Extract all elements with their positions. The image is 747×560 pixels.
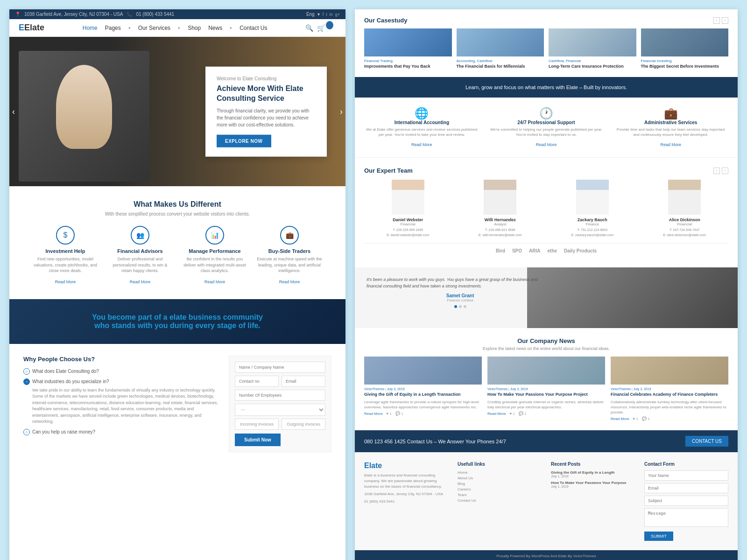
email-field[interactable]: [282, 376, 325, 387]
name-field[interactable]: [235, 362, 325, 373]
service-admin-title: Administrative Services: [613, 120, 728, 125]
explore-button[interactable]: EXPLORE NOW: [217, 134, 271, 147]
team-prev[interactable]: ‹: [713, 168, 720, 174]
news-meta-2: VictorThemes | July 3, 2019: [611, 387, 728, 391]
footer-submit-button[interactable]: SUBMIT: [644, 532, 673, 541]
footer-link-team[interactable]: Team: [458, 493, 542, 497]
case-title-3[interactable]: The Biggest Secret Before Investments: [641, 64, 729, 70]
footer-link-blog[interactable]: Blog: [458, 482, 542, 486]
footer-message-field[interactable]: [644, 508, 728, 527]
footer-link-about[interactable]: About Us: [458, 476, 542, 480]
facebook-icon[interactable]: f: [323, 12, 324, 17]
footer-link-contact[interactable]: Contact Us: [458, 498, 542, 503]
faq-question-0[interactable]: ○ What does Elate Consulting do?: [23, 368, 219, 375]
brand-daily: Daily Products: [564, 248, 597, 253]
case-title-1[interactable]: The Financial Basis for Millennials: [457, 64, 544, 70]
dot-2[interactable]: [464, 305, 466, 308]
service-support-title: 24/7 Professional Support: [489, 120, 604, 125]
team-section: Our Expert Team ‹ › Daniel Webster Finan…: [355, 157, 738, 267]
team-role-3: Financial: [641, 222, 729, 226]
cart-icon[interactable]: 🛒: [317, 24, 325, 32]
news-title-1[interactable]: How To Make Your Passions Your Purpose P…: [487, 392, 605, 398]
team-next[interactable]: ›: [722, 168, 728, 174]
feature-advisors-readmore[interactable]: Read More: [130, 280, 151, 284]
casestudy-next[interactable]: ›: [722, 17, 728, 24]
case-thumb-3: [641, 28, 729, 56]
footer-post-title-1[interactable]: How To Make Your Passions Your Purpose: [551, 481, 635, 485]
services-grid: 🌐 International Accounting We at Elate o…: [364, 107, 728, 148]
footer-link-home[interactable]: Home: [458, 470, 542, 475]
news-readmore-0[interactable]: Read More: [364, 412, 383, 416]
nav-contact[interactable]: Contact Us: [240, 25, 267, 31]
team-role-2: Finance: [549, 222, 636, 226]
dot-0[interactable]: [454, 305, 457, 308]
dot-1[interactable]: [459, 305, 462, 308]
feature-investment-readmore[interactable]: Read More: [55, 280, 76, 284]
footer-email-field[interactable]: [644, 483, 728, 493]
submit-button[interactable]: Submit Now: [235, 434, 281, 446]
service-admin-readmore[interactable]: Read More: [660, 142, 681, 147]
service-admin: 💼 Administrative Services Provide time a…: [613, 107, 728, 148]
feature-traders-readmore[interactable]: Read More: [279, 280, 300, 284]
news-title-0[interactable]: Giving the Gift of Equity in a Length Tr…: [364, 392, 482, 398]
top-bar-left: 📍 1038 Garfield Ave, Jersey City, NJ 073…: [15, 12, 174, 17]
service-support: 🕐 24/7 Professional Support We're commit…: [489, 107, 604, 148]
testimonial-dots: [366, 305, 554, 308]
footer-link-careers[interactable]: Careers: [458, 487, 542, 491]
powered-by-text: Proudly Powered By WordPress And Elate B…: [496, 554, 596, 558]
phone-icon: 📞: [127, 12, 132, 17]
incoming-invoices[interactable]: Incoming Invoices: [235, 419, 279, 430]
contact-field[interactable]: [235, 376, 279, 387]
employees-field[interactable]: [235, 390, 325, 401]
hero-welcome: Welcome to Elate Consulting: [217, 76, 316, 81]
case-title-0[interactable]: Improvements that Pay You Back: [364, 64, 452, 70]
traders-icon: 💼: [280, 226, 299, 245]
faq-question-1[interactable]: − What industries do you specialize in?: [23, 378, 219, 385]
team-phone-3: T: 247-724-548 7447: [641, 228, 729, 233]
footer-name-field[interactable]: [644, 470, 728, 481]
hero-card: Welcome to Elate Consulting Achieve More…: [205, 67, 327, 157]
team-contact-0: T: 225-225-565 2495 E: daniel.webster@el…: [364, 228, 452, 238]
google-icon[interactable]: g+: [335, 12, 340, 17]
lang-selector[interactable]: Eng: [306, 12, 315, 17]
news-readmore-1[interactable]: Read More: [487, 412, 506, 416]
nav-news[interactable]: News: [208, 25, 222, 31]
contact-us-button[interactable]: CONTACT US: [685, 436, 728, 447]
twitter-icon[interactable]: t: [326, 12, 327, 17]
team-email-1: E: willi.hernandez@elate.com: [457, 233, 544, 238]
team-photo-2: [576, 180, 609, 215]
news-title-2[interactable]: Financial Celebrates Academy of Finance …: [611, 392, 728, 398]
news-readmore-2[interactable]: Read More: [611, 417, 629, 421]
logo[interactable]: EElate: [19, 23, 44, 33]
footer-subject-field[interactable]: [644, 496, 728, 506]
linkedin-icon[interactable]: in: [330, 12, 333, 17]
footer-post-title-0[interactable]: Giving the Gift of Equity in a Length: [551, 470, 635, 475]
outgoing-invoices[interactable]: Outgoing Invoices: [282, 419, 325, 430]
case-title-2[interactable]: Long-Term Care Insurance Protection: [549, 64, 636, 70]
news-item-2: VictorThemes | July 3, 2019 Financial Ce…: [611, 357, 728, 421]
team-role-1: Analyst: [457, 222, 544, 226]
nav-home[interactable]: Home: [83, 25, 98, 31]
case-thumb-2: [549, 28, 636, 56]
hero-prev-arrow[interactable]: ‹: [12, 107, 15, 117]
hero-next-arrow[interactable]: ›: [340, 107, 343, 117]
feature-performance-readmore[interactable]: Read More: [204, 280, 226, 284]
news-comments-1: 💬 1: [519, 412, 527, 416]
nav-pages[interactable]: Pages: [105, 25, 121, 31]
nav-actions: 🔍 🛒3: [305, 24, 336, 32]
hero-image: [19, 51, 149, 182]
logo-text: Elate: [24, 23, 44, 32]
community-banner: You become part of a elate business comm…: [9, 299, 345, 344]
service-support-readmore[interactable]: Read More: [536, 142, 557, 147]
employees-select[interactable]: ---: [235, 404, 325, 416]
search-icon[interactable]: 🔍: [305, 24, 313, 32]
news-thumb-1: [487, 357, 605, 385]
service-accounting-readmore[interactable]: Read More: [411, 142, 432, 147]
nav-shop[interactable]: Shop: [188, 25, 201, 31]
faq-question-2[interactable]: ○ Can you help us raise money?: [23, 429, 219, 435]
left-panel: 📍 1038 Garfield Ave, Jersey City, NJ 073…: [9, 9, 345, 560]
nav-services[interactable]: Our Services: [138, 25, 170, 31]
news-footer-2: Read More ♥ 1 💬 1: [611, 417, 728, 421]
testimonial-section: It's been a pleasure to work with you gu…: [355, 267, 738, 328]
casestudy-prev[interactable]: ‹: [713, 17, 720, 24]
